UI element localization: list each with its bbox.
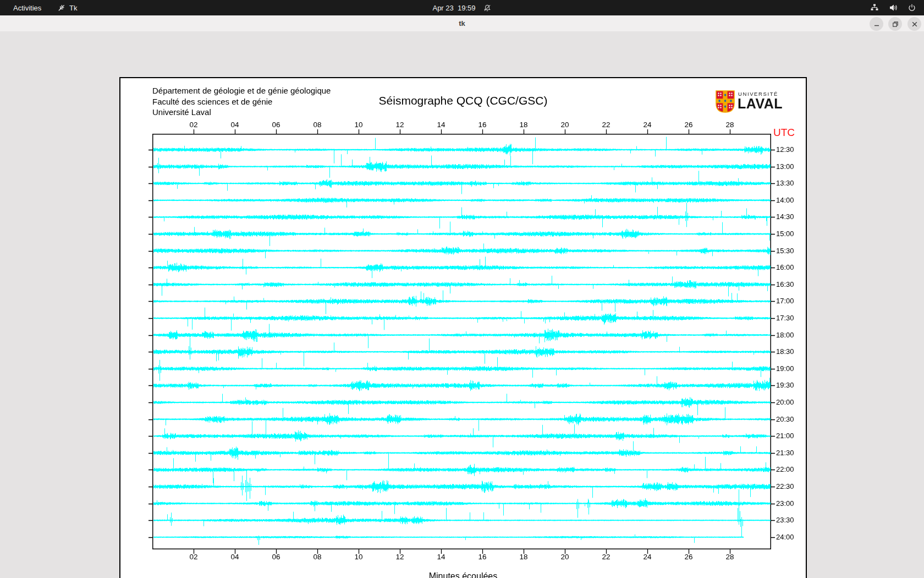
y-tick-label-utc: 19:30: [776, 381, 794, 389]
y-tick-label-utc: 23:30: [776, 516, 794, 524]
x-tick-label-bottom: 28: [725, 553, 734, 561]
y-tick-label-utc: 21:30: [776, 449, 794, 457]
x-axis-title: Minutes écoulées: [120, 571, 806, 578]
x-tick-label-bottom: 08: [313, 553, 321, 561]
activities-button[interactable]: Activities: [10, 0, 45, 15]
x-tick-label-top: 10: [354, 121, 362, 129]
x-tick-label-top: 04: [230, 121, 239, 129]
universite-laval-logo: UNIVERSITÉ LAVAL: [716, 89, 804, 114]
y-tick-label-utc: 13:30: [776, 179, 794, 187]
x-tick-label-top: 16: [478, 121, 486, 129]
x-tick-label-bottom: 16: [478, 553, 486, 561]
x-tick-label-bottom: 26: [684, 553, 692, 561]
notifications-disabled-icon: [483, 4, 492, 12]
x-tick-label-top: 18: [519, 121, 527, 129]
x-tick-label-top: 26: [684, 121, 692, 129]
y-tick-label-utc: 15:00: [776, 230, 794, 238]
window-titlebar[interactable]: tk: [0, 15, 924, 32]
x-tick-label-bottom: 22: [602, 553, 610, 561]
y-tick-label-utc: 18:00: [776, 331, 794, 339]
y-tick-label-utc: 13:00: [776, 162, 794, 171]
y-tick-label-utc: 22:00: [776, 465, 794, 473]
x-tick-label-bottom: 06: [272, 553, 280, 561]
minimize-button[interactable]: [870, 17, 883, 31]
clock-label: Apr 23 19:59: [432, 4, 475, 12]
x-tick-label-top: 14: [437, 121, 445, 129]
y-tick-label-utc: 20:30: [776, 415, 794, 423]
x-tick-label-top: 24: [643, 121, 651, 129]
activities-label: Activities: [13, 4, 41, 12]
utc-axis-title: UTC: [773, 127, 795, 139]
volume-icon: [889, 3, 898, 12]
x-tick-label-bottom: 12: [395, 553, 404, 561]
logo-text-laval: LAVAL: [738, 96, 783, 112]
system-status-area[interactable]: [870, 0, 916, 15]
x-tick-label-bottom: 04: [230, 553, 239, 561]
app-indicator-label: Tk: [69, 4, 77, 12]
x-tick-label-bottom: 02: [189, 553, 197, 561]
close-button[interactable]: [908, 17, 921, 31]
x-tick-label-top: 22: [602, 121, 610, 129]
y-tick-label-utc: 24:00: [776, 533, 794, 541]
seismograph-canvas-frame: Département de géologie et de génie géol…: [119, 77, 807, 578]
x-tick-label-top: 12: [395, 121, 404, 129]
x-tick-label-bottom: 10: [354, 553, 362, 561]
x-tick-label-top: 06: [272, 121, 280, 129]
tk-logo-icon: [57, 4, 65, 12]
tk-window-content: Département de géologie et de génie géol…: [0, 31, 924, 578]
y-tick-label-utc: 17:30: [776, 314, 794, 322]
y-tick-label-utc: 14:30: [776, 212, 794, 221]
y-tick-label-utc: 18:30: [776, 347, 794, 356]
power-icon: [908, 3, 916, 12]
y-tick-label-utc: 12:30: [776, 145, 794, 154]
gnome-top-bar: Activities Tk Apr 23 19:59: [0, 0, 924, 15]
restore-window-button[interactable]: [888, 17, 902, 31]
x-tick-label-bottom: 18: [519, 553, 527, 561]
app-indicator-tk[interactable]: Tk: [57, 0, 77, 15]
y-tick-label-utc: 19:00: [776, 364, 794, 373]
x-tick-label-top: 08: [313, 121, 321, 129]
y-tick-label-utc: 17:00: [776, 297, 794, 305]
x-tick-label-bottom: 20: [560, 553, 569, 561]
x-tick-label-bottom: 14: [437, 553, 445, 561]
x-tick-label-top: 02: [189, 121, 197, 129]
laval-shield-icon: [716, 90, 735, 115]
helicorder-plot-canvas: [120, 78, 806, 578]
x-tick-label-top: 20: [560, 121, 569, 129]
x-tick-label-top: 28: [725, 121, 734, 129]
clock-menu[interactable]: Apr 23 19:59: [432, 0, 491, 15]
y-tick-label-utc: 20:00: [776, 398, 794, 406]
network-wired-icon: [870, 3, 879, 12]
y-tick-label-utc: 15:30: [776, 247, 794, 255]
institution-line: Université Laval: [152, 107, 331, 118]
y-tick-label-utc: 14:00: [776, 196, 794, 204]
y-tick-label-utc: 21:00: [776, 432, 794, 440]
y-tick-label-utc: 16:00: [776, 263, 794, 271]
y-tick-label-utc: 22:30: [776, 482, 794, 490]
y-tick-label-utc: 16:30: [776, 280, 794, 288]
x-tick-label-bottom: 24: [643, 553, 651, 561]
y-tick-label-utc: 23:00: [776, 499, 794, 508]
plot-title: Séismographe QCQ (CGC/GSC): [120, 94, 806, 107]
window-title: tk: [0, 15, 924, 31]
